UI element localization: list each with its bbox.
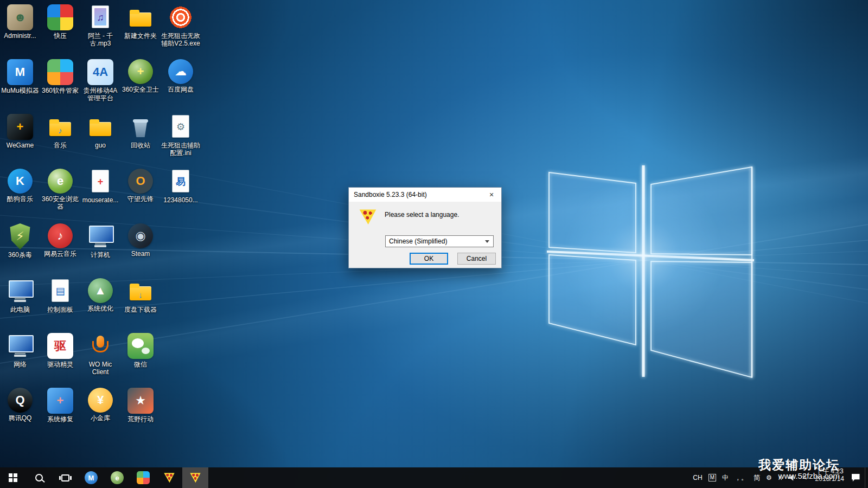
this-pc-icon bbox=[7, 278, 33, 304]
desktop-icon-label: Steam bbox=[131, 250, 150, 258]
close-icon: × bbox=[489, 190, 494, 199]
desktop-icon-system-repair[interactable]: + 系统修复 bbox=[40, 388, 80, 423]
desktop-icon-network[interactable]: 网络 bbox=[0, 333, 40, 368]
desktop-icon-dupan-downloader[interactable]: ↓ 度盘下载器 bbox=[120, 278, 161, 313]
desktop-icon-glyph: + bbox=[137, 66, 144, 78]
desktop-icon-360-safeguard[interactable]: + 360安全卫士 bbox=[120, 59, 161, 93]
desktop-icon-glyph: Q bbox=[15, 394, 24, 406]
taskbar-start-button[interactable] bbox=[0, 467, 26, 488]
administrator-icon: ☻ bbox=[7, 4, 33, 30]
desktop-icon-tencent-qq[interactable]: Q 腾讯QQ bbox=[0, 388, 40, 422]
360-software-manager-icon bbox=[137, 471, 150, 484]
desktop-icon-label: 快压 bbox=[54, 32, 67, 40]
desktop-icon-label: 生死狙击辅助配置.ini bbox=[161, 142, 201, 157]
baidu-netdisk-icon: ☁ bbox=[168, 59, 193, 84]
desktop-icon-12348050-file[interactable]: 易 12348050... bbox=[161, 169, 201, 204]
taskbar-mumu-emulator-button[interactable]: M bbox=[78, 467, 104, 488]
dialog-titlebar[interactable]: Sandboxie 5.23.3 (64-bit) × bbox=[349, 188, 501, 202]
desktop-icon-control-panel[interactable]: ▤ 控制面板 bbox=[40, 278, 80, 313]
desktop-icon-glyph: ¥ bbox=[97, 394, 104, 406]
desktop-icon-netease-cloud-music[interactable]: ♪ 网易云音乐 bbox=[40, 223, 80, 258]
desktop-icon-shengsi-juji-config-ini[interactable]: ⚙ 生死狙击辅助配置.ini bbox=[161, 114, 201, 157]
desktop-icon-driver-genius[interactable]: 驱 驱动精灵 bbox=[40, 333, 80, 368]
sandboxie-logo-icon bbox=[359, 208, 377, 226]
cancel-button[interactable]: Cancel bbox=[457, 253, 496, 265]
desktop-icon-wo-mic-client[interactable]: WO Mic Client bbox=[80, 333, 120, 376]
dialog-title: Sandboxie 5.23.3 (64-bit) bbox=[354, 188, 427, 202]
desktop-icon-wechat[interactable]: 微信 bbox=[120, 333, 161, 368]
action-center-button[interactable] bbox=[846, 467, 865, 488]
desktop-icon-jisuanji-computer[interactable]: 计算机 bbox=[80, 223, 120, 259]
desktop-icon-wegame[interactable]: + WeGame bbox=[0, 114, 40, 149]
desktop-icon-administrator[interactable]: ☻ Administr... bbox=[0, 4, 40, 40]
desktop-icon-steam[interactable]: ◉ Steam bbox=[120, 223, 161, 258]
desktop-icon-knives-out[interactable]: ★ 荒野行动 bbox=[120, 388, 161, 423]
desktop-icon-label: 控制面板 bbox=[47, 306, 73, 313]
taskbar-sandboxie-dialog-button[interactable] bbox=[182, 467, 208, 488]
desktop-icon-label: guo bbox=[95, 142, 106, 149]
desktop-icon-360-software-manager[interactable]: 360软件管家 bbox=[40, 59, 80, 94]
desktop-icon-label: 腾讯QQ bbox=[9, 414, 32, 422]
network-icon bbox=[7, 333, 33, 359]
new-folder-icon bbox=[127, 4, 154, 30]
search-icon bbox=[35, 474, 43, 481]
system-repair-icon: + bbox=[47, 388, 73, 414]
desktop-icon-glyph: ♪ bbox=[58, 126, 62, 134]
knives-out-icon: ★ bbox=[127, 388, 154, 414]
desktop-icon-label: 此电脑 bbox=[10, 306, 30, 313]
desktop-icon-mouserate[interactable]: + mouserate... bbox=[80, 169, 120, 204]
tray-hidden-icons[interactable]: ∧ bbox=[778, 474, 783, 481]
netease-cloud-music-icon: ♪ bbox=[48, 223, 73, 248]
taskbar-search-button[interactable] bbox=[26, 467, 52, 488]
tray-ime-zh[interactable]: 中 bbox=[722, 474, 729, 481]
close-button[interactable]: × bbox=[482, 188, 501, 202]
desktop-icon-new-folder[interactable]: 新建文件夹 bbox=[120, 4, 161, 40]
desktop-icon-overwatch[interactable]: O 守望先锋 bbox=[120, 169, 161, 203]
desktop-icon-recycle-bin[interactable]: 回收站 bbox=[120, 114, 161, 149]
tray-ime-mode[interactable]: M bbox=[709, 474, 716, 481]
desktop-icon-label: Administr... bbox=[4, 32, 36, 40]
desktop-icon-guo-folder[interactable]: guo bbox=[80, 114, 120, 149]
desktop-icon-shengsi-juji-v25-exe[interactable]: 生死狙击无敌辅助V2.5.exe bbox=[161, 4, 201, 47]
taskbar-task-view-button[interactable] bbox=[52, 467, 78, 488]
desktop-icon-glyph: O bbox=[136, 175, 145, 187]
taskbar-360-software-manager-button[interactable] bbox=[130, 467, 156, 488]
tray-ime-punct[interactable]: ，。 bbox=[735, 474, 748, 481]
desktop-icon-xiaojinku[interactable]: ¥ 小金库 bbox=[80, 388, 120, 422]
desktop-icon-mumu-emulator[interactable]: M MuMu模拟器 bbox=[0, 59, 40, 94]
jisuanji-computer-icon bbox=[87, 223, 113, 249]
desktop-icon-alan-mp3[interactable]: ♫ 阿兰 - 千古.mp3 bbox=[80, 4, 120, 47]
desktop-icon-label: WO Mic Client bbox=[80, 361, 120, 376]
desktop-icon-music-folder[interactable]: ♪ 音乐 bbox=[40, 114, 80, 149]
guo-folder-icon bbox=[87, 114, 113, 140]
desktop-icon-guizhou-mobile-4a[interactable]: 4A 贵州移动4A管理平台 bbox=[80, 59, 120, 102]
desktop-icon-glyph: ↓ bbox=[138, 291, 143, 299]
taskbar-sandboxie-button[interactable] bbox=[156, 467, 182, 488]
desktop-icon-baidu-netdisk[interactable]: ☁ 百度网盘 bbox=[161, 59, 201, 93]
taskbar-360-browser-button[interactable]: e bbox=[104, 467, 130, 488]
tray-ime-ch[interactable]: CH bbox=[693, 474, 702, 481]
desktop-icon-360-browser[interactable]: e 360安全浏览器 bbox=[40, 169, 80, 210]
desktop-icon-this-pc[interactable]: 此电脑 bbox=[0, 278, 40, 313]
tray-ime-settings[interactable]: ⚙ bbox=[766, 474, 772, 481]
ok-button[interactable]: OK bbox=[410, 253, 448, 265]
language-select[interactable]: Chinese (Simplified) bbox=[385, 235, 494, 247]
chevron-down-icon bbox=[485, 240, 489, 243]
desktop-icon-360-antivirus[interactable]: ⚡ 360杀毒 bbox=[0, 223, 40, 259]
clock[interactable]: 下午 4:23 2018/1/14 bbox=[813, 467, 846, 488]
dupan-downloader-icon: ↓ bbox=[127, 278, 154, 304]
desktop-icon-label: 度盘下载器 bbox=[124, 306, 157, 313]
desktop-icon-kugou-music[interactable]: K 酷狗音乐 bbox=[0, 169, 40, 203]
360-browser-icon: e bbox=[48, 169, 73, 194]
desktop-icon-label: 360软件管家 bbox=[42, 87, 79, 94]
tray-ime-simplified[interactable]: 简 bbox=[754, 474, 760, 481]
desktop-icon-kuaiya[interactable]: 快压 bbox=[40, 4, 80, 40]
kuaiya-icon bbox=[47, 4, 73, 30]
show-desktop-button[interactable] bbox=[865, 467, 868, 488]
360-browser-icon: e bbox=[111, 471, 124, 484]
tray-volume[interactable] bbox=[789, 474, 796, 481]
desktop-icon-glyph: ▤ bbox=[55, 286, 65, 296]
tray-pen[interactable]: ✎ bbox=[802, 474, 808, 481]
desktop-icon-label: MuMu模拟器 bbox=[1, 87, 39, 94]
desktop-icon-system-optimize[interactable]: ▲ 系统优化 bbox=[80, 278, 120, 312]
